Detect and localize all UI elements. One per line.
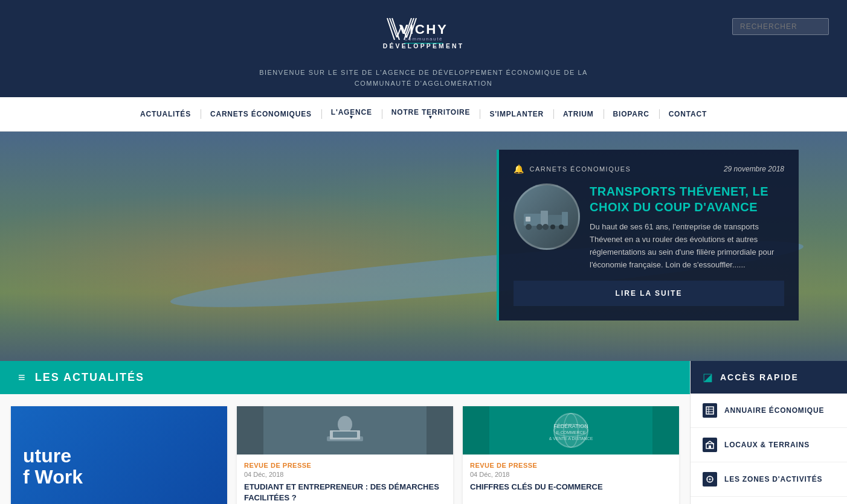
locaux-icon [703, 438, 717, 452]
featured-excerpt: Du haut de ses 61 ans, l'entreprise de t… [590, 221, 784, 271]
nav-atrium[interactable]: ATRIUM [553, 99, 604, 129]
svg-point-15 [536, 224, 543, 230]
news-img-placeholder-2 [237, 406, 453, 455]
main-nav: ACTUALITÉS CARNETS ÉCONOMIQUES L'AGENCE … [0, 97, 847, 132]
truck-image [523, 202, 571, 232]
svg-text:E-COMMERCE: E-COMMERCE [556, 430, 586, 435]
main-content: ≡ LES ACTUALITÉS uture f Work [0, 361, 847, 504]
actualites-section: ≡ LES ACTUALITÉS uture f Work [0, 361, 690, 504]
news-img-placeholder-3: FÉDÉRATION E-COMMERCE & VENTE A DISTANCE [463, 406, 679, 455]
logo-svg: VICHY Communauté DÉVELOPPEMENT [375, 11, 472, 59]
news-header-icon: ≡ [18, 371, 25, 384]
nav-agence[interactable]: L'AGENCE ▾ [321, 97, 382, 131]
news-image-2-svg [237, 406, 453, 455]
featured-title: TRANSPORTS THÉVENET, LE CHOIX DU COUP D'… [590, 183, 784, 215]
sidebar-item-locaux[interactable]: LOCAUX & TERRAINS [691, 428, 847, 462]
featured-image [514, 183, 580, 250]
header: VICHY Communauté DÉVELOPPEMENT BIENVENUE… [0, 0, 847, 97]
svg-rect-13 [541, 211, 548, 226]
news-card-future-work[interactable]: uture f Work [11, 406, 227, 504]
section-title: LES ACTUALITÉS [35, 371, 144, 384]
news-image-3-svg: FÉDÉRATION E-COMMERCE & VENTE A DISTANCE [463, 406, 679, 455]
news-title-2: ETUDIANT ET ENTREPRENEUR : DES DÉMARCHES… [244, 482, 446, 503]
sidebar-header-icon: ◪ [703, 371, 713, 384]
logo[interactable]: VICHY Communauté DÉVELOPPEMENT [375, 11, 472, 59]
zones-icon [703, 472, 717, 486]
news-category-3: Revue de Presse [470, 462, 672, 469]
nav-carnets[interactable]: CARNETS ÉCONOMIQUES [201, 99, 321, 129]
sidebar-item-annuaire[interactable]: ANNUAIRE ÉCONOMIQUE [691, 394, 847, 428]
svg-rect-19 [562, 212, 568, 226]
featured-date: 29 novembre 2018 [724, 165, 784, 173]
sidebar-item-zones[interactable]: LES ZONES D'ACTIVITÉS [691, 462, 847, 497]
nav-territoire[interactable]: NOTRE TERRITOIRE ▾ [382, 97, 480, 131]
section-header: ≡ LES ACTUALITÉS [0, 361, 690, 394]
svg-text:Communauté: Communauté [404, 36, 443, 42]
locaux-label: LOCAUX & TERRAINS [724, 441, 810, 449]
news-date-2: 04 Déc, 2018 [244, 471, 446, 478]
svg-rect-39 [709, 445, 711, 448]
nav-actualites[interactable]: ACTUALITÉS [130, 99, 201, 129]
news-card-ecommerce[interactable]: FÉDÉRATION E-COMMERCE & VENTE A DISTANCE… [463, 406, 679, 504]
svg-point-21 [559, 225, 564, 229]
featured-card: 🔔 CARNETS ÉCONOMIQUES 29 novembre 2018 [497, 150, 799, 321]
header-subtitle: BIENVENUE SUR LE SITE DE L'AGENCE DE DÉV… [259, 68, 588, 89]
bell-icon: 🔔 [514, 164, 525, 174]
annuaire-label: ANNUAIRE ÉCONOMIQUE [724, 406, 824, 415]
sidebar-item-projet[interactable]: VOTRE PROJET EN LIGNE [691, 497, 847, 504]
nav-contact[interactable]: CONTACT [659, 99, 717, 129]
svg-text:VICHY: VICHY [399, 22, 448, 37]
sidebar-header: ◪ ACCÈS RAPIDE [691, 361, 847, 394]
svg-text:& VENTE A DISTANCE: & VENTE A DISTANCE [549, 436, 593, 441]
svg-rect-34 [706, 407, 713, 414]
nav-bioparc[interactable]: BIOPARC [604, 99, 659, 129]
svg-point-16 [543, 224, 549, 230]
nav-simplanter[interactable]: S'IMPLANTER [480, 99, 553, 129]
featured-read-more-button[interactable]: LIRE LA SUITE [514, 281, 784, 306]
news-title-3: CHIFFRES CLÉS DU E-COMMERCE [470, 482, 672, 493]
svg-point-14 [526, 224, 532, 230]
svg-point-41 [709, 479, 711, 480]
svg-point-23 [338, 416, 352, 433]
hero-section: 🔔 CARNETS ÉCONOMIQUES 29 novembre 2018 [0, 132, 847, 361]
news-card-image-3: FÉDÉRATION E-COMMERCE & VENTE A DISTANCE [463, 406, 679, 455]
news-card-image-2 [237, 406, 453, 455]
news-card-etudiant[interactable]: Revue de Presse 04 Déc, 2018 ETUDIANT ET… [237, 406, 453, 504]
annuaire-icon [703, 403, 717, 418]
news-category-2: Revue de Presse [244, 462, 446, 469]
news-card-bg: uture f Work [11, 406, 227, 504]
search-input[interactable] [732, 18, 829, 35]
zones-label: LES ZONES D'ACTIVITÉS [724, 475, 822, 483]
featured-category: 🔔 CARNETS ÉCONOMIQUES [514, 164, 631, 174]
sidebar-title: ACCÈS RAPIDE [720, 372, 799, 382]
news-date-3: 04 Déc, 2018 [470, 471, 672, 478]
svg-text:FÉDÉRATION: FÉDÉRATION [553, 423, 588, 429]
news-featured-text: uture f Work [23, 445, 83, 488]
news-grid: uture f Work [0, 394, 690, 504]
news-card-body-3: Revue de Presse 04 Déc, 2018 CHIFFRES CL… [463, 455, 679, 500]
news-card-body-2: Revue de Presse 04 Déc, 2018 ETUDIANT ET… [237, 455, 453, 504]
svg-rect-17 [526, 217, 530, 222]
featured-content: TRANSPORTS THÉVENET, LE CHOIX DU COUP D'… [514, 183, 784, 271]
featured-text: TRANSPORTS THÉVENET, LE CHOIX DU COUP D'… [590, 183, 784, 271]
svg-point-20 [550, 225, 555, 229]
sidebar: ◪ ACCÈS RAPIDE ANNUAIRE ÉCONOMIQUE [690, 361, 847, 504]
svg-rect-26 [333, 432, 357, 438]
featured-card-header: 🔔 CARNETS ÉCONOMIQUES 29 novembre 2018 [514, 164, 784, 174]
